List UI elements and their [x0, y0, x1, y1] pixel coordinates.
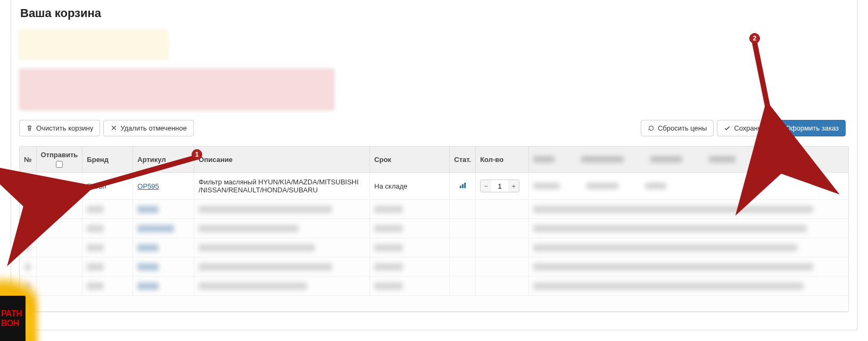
qty-input[interactable]	[491, 180, 508, 192]
col-rest	[529, 147, 848, 173]
col-term[interactable]: Срок	[370, 147, 450, 173]
trash-icon	[26, 125, 33, 132]
row-num: 1	[20, 173, 36, 200]
svg-rect-1	[462, 184, 464, 189]
svg-rect-0	[460, 185, 461, 188]
qty-decrement-button[interactable]: −	[481, 180, 491, 192]
table-row	[20, 200, 848, 219]
annotation-badge-2: 2	[749, 33, 760, 44]
col-stat[interactable]: Стат.	[450, 147, 476, 173]
alert-discount-box	[19, 30, 168, 59]
row-article-link[interactable]: OP595	[137, 182, 159, 190]
table-row: 1 Filtron OP595 Фильтр масляный HYUN/KIA…	[20, 173, 848, 200]
close-icon	[110, 125, 117, 132]
callback-line2: ВОН	[1, 319, 26, 328]
table-row	[20, 238, 848, 257]
reset-prices-label: Сбросить цены	[658, 124, 707, 132]
stat-bars-icon[interactable]	[459, 183, 467, 191]
delete-selected-label: Удалить отмеченное	[120, 124, 187, 132]
page-title: Ваша корзина	[20, 6, 849, 20]
checkout-button[interactable]: Оформить заказ	[779, 120, 846, 136]
row-term: На складе	[370, 173, 450, 200]
cart-toolbar: Очистить корзину Удалить отмеченное Сбро…	[19, 120, 849, 136]
col-send: Отправить	[36, 147, 82, 173]
select-all-checkbox[interactable]	[56, 161, 63, 168]
col-send-label: Отправить	[41, 151, 78, 159]
callback-line1: РАТН	[1, 309, 26, 319]
qty-increment-button[interactable]: +	[508, 180, 519, 192]
col-description[interactable]: Описание	[194, 147, 370, 173]
svg-rect-2	[464, 183, 466, 188]
row-description: Фильтр масляный HYUN/KIA/MAZDA/MITSUBISH…	[194, 173, 370, 200]
col-article[interactable]: Артикул	[133, 147, 194, 173]
col-num[interactable]: №	[20, 147, 36, 173]
table-row	[20, 257, 848, 277]
alert-warning-box	[19, 69, 334, 110]
save-button[interactable]: Сохранить	[717, 120, 775, 136]
cart-table: № Отправить Бренд Артикул Описание Срок …	[20, 147, 848, 312]
table-row	[20, 277, 848, 296]
save-label: Сохранить	[734, 124, 768, 132]
table-row	[20, 296, 848, 312]
table-row	[20, 219, 848, 238]
annotation-badge-1: 1	[192, 149, 202, 160]
check-icon	[724, 125, 731, 132]
col-qty[interactable]: Кол-во	[476, 147, 529, 173]
callback-widget[interactable]: РАТН ВОН	[0, 269, 27, 341]
reset-prices-button[interactable]: Сбросить цены	[641, 120, 714, 136]
clear-cart-button[interactable]: Очистить корзину	[19, 120, 100, 136]
row-checkbox[interactable]	[56, 182, 63, 189]
col-brand[interactable]: Бренд	[82, 147, 133, 173]
delete-selected-button[interactable]: Удалить отмеченное	[103, 120, 194, 136]
refresh-icon	[648, 125, 655, 132]
qty-stepper: − +	[480, 180, 519, 192]
clear-cart-label: Очистить корзину	[36, 124, 93, 132]
checkout-label: Оформить заказ	[786, 124, 839, 132]
row-brand: Filtron	[82, 173, 133, 200]
